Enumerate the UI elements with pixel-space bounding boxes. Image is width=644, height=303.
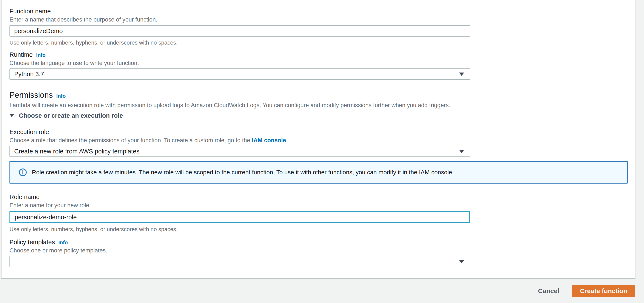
function-name-constraint: Use only letters, numbers, hyphens, or u…: [10, 39, 627, 46]
permissions-description: Lambda will create an execution role wit…: [10, 102, 627, 109]
execution-role-expander[interactable]: Choose or create an execution role: [10, 112, 627, 119]
footer-action-bar: Cancel Create function: [0, 279, 644, 303]
execution-role-label: Execution role: [10, 128, 627, 136]
cancel-button[interactable]: Cancel: [538, 287, 559, 294]
runtime-field: Runtime Info Choose the language to use …: [10, 51, 627, 80]
permissions-heading: Permissions: [10, 90, 53, 100]
execution-role-selected-value: Create a new role from AWS policy templa…: [14, 148, 140, 155]
runtime-select[interactable]: Python 3.7: [10, 69, 470, 80]
function-name-field: Function name Enter a name that describe…: [10, 7, 627, 46]
runtime-description: Choose the language to use to write your…: [10, 59, 627, 67]
permissions-section: Permissions Info Lambda will create an e…: [10, 90, 627, 122]
permissions-info-link[interactable]: Info: [56, 93, 66, 99]
role-name-input[interactable]: [10, 211, 470, 223]
iam-console-link[interactable]: IAM console: [252, 137, 286, 144]
runtime-info-link[interactable]: Info: [36, 52, 46, 58]
create-function-button[interactable]: Create function: [572, 285, 636, 297]
policy-templates-label: Policy templates: [10, 238, 55, 246]
role-name-field: Role name Enter a name for your new role…: [10, 193, 627, 233]
execution-role-expander-label: Choose or create an execution role: [19, 112, 123, 119]
role-creation-alert: i Role creation might take a few minutes…: [10, 161, 628, 184]
role-name-constraint: Use only letters, numbers, hyphens, or u…: [10, 226, 627, 233]
role-creation-alert-text: Role creation might take a few minutes. …: [32, 168, 454, 176]
execution-role-description: Choose a role that defines the permissio…: [10, 137, 627, 144]
triangle-down-icon: [10, 114, 14, 117]
role-name-label: Role name: [10, 193, 627, 201]
function-name-description: Enter a name that describes the purpose …: [10, 16, 627, 23]
role-name-description: Enter a name for your new role.: [10, 202, 627, 209]
runtime-label: Runtime: [10, 51, 33, 59]
policy-templates-info-link[interactable]: Info: [58, 239, 68, 245]
execution-role-select[interactable]: Create a new role from AWS policy templa…: [10, 146, 470, 157]
function-name-label: Function name: [10, 7, 627, 15]
policy-templates-select[interactable]: [10, 256, 470, 267]
chevron-down-icon: [459, 150, 464, 153]
policy-templates-description: Choose one or more policy templates.: [10, 247, 627, 254]
execution-role-description-period: .: [286, 137, 288, 144]
chevron-down-icon: [459, 73, 464, 76]
policy-templates-field: Policy templates Info Choose one or more…: [10, 238, 627, 267]
info-icon: i: [19, 168, 27, 176]
execution-role-field: Execution role Choose a role that define…: [10, 128, 627, 157]
section-divider: [10, 122, 627, 122]
execution-role-description-text: Choose a role that defines the permissio…: [10, 137, 252, 144]
runtime-selected-value: Python 3.7: [14, 71, 44, 78]
create-function-panel: Function name Enter a name that describe…: [1, 0, 636, 279]
function-name-input[interactable]: [10, 25, 470, 37]
chevron-down-icon: [459, 260, 464, 263]
